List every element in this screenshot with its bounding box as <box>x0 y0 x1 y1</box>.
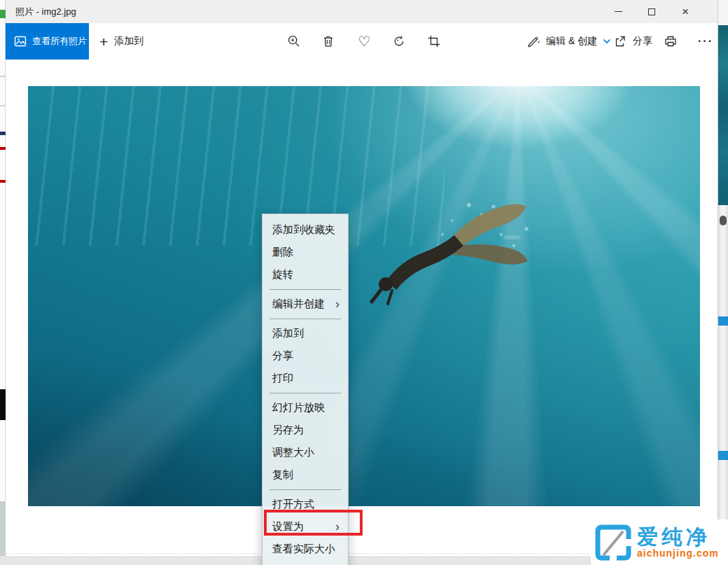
share-button[interactable]: 分享 <box>609 23 657 60</box>
freediver-silhouette <box>364 179 553 312</box>
maximize-button[interactable] <box>635 0 668 23</box>
context-menu-item-6[interactable]: 添加到 <box>262 322 348 344</box>
submenu-arrow-icon: › <box>335 520 340 533</box>
context-menu-item-4[interactable]: 编辑并创建› <box>262 293 348 315</box>
heart-icon: ♡ <box>358 34 370 48</box>
watermark-text: 爱纯净 aichunjing.com <box>637 526 719 559</box>
context-menu-item-7[interactable]: 分享 <box>262 344 348 367</box>
edit-create-button[interactable]: 编辑 & 创建 <box>522 23 615 60</box>
context-menu-item-11[interactable]: 另存为 <box>262 419 348 441</box>
background-window-left-sliver <box>0 0 6 565</box>
window-title: 照片 - img2.jpg <box>15 6 76 18</box>
edit-create-label: 编辑 & 创建 <box>546 35 597 48</box>
context-menu-item-10[interactable]: 幻灯片放映 <box>262 396 348 419</box>
menu-item-label: 另存为 <box>272 424 340 437</box>
rotate-button[interactable] <box>387 29 411 53</box>
background-window-right-sliver <box>718 0 728 565</box>
plus-icon: + <box>99 34 108 49</box>
maximize-icon <box>648 8 655 15</box>
menu-item-label: 编辑并创建 <box>272 298 332 311</box>
trash-icon <box>321 34 335 48</box>
see-all-photos-button[interactable]: 查看所有照片 <box>6 23 89 60</box>
watermark: 爱纯净 aichunjing.com <box>591 519 728 565</box>
left-sliver-red-fragment <box>0 180 6 183</box>
printer-icon <box>664 34 678 48</box>
menu-item-label: 打开方式 <box>272 498 340 511</box>
context-menu-item-0[interactable]: 添加到收藏夹 <box>262 218 348 241</box>
context-menu-item-15[interactable]: 打开方式 <box>262 493 348 515</box>
context-menu-item-13[interactable]: 复制 <box>262 463 348 486</box>
left-sliver-black-fragment <box>0 389 6 420</box>
menu-item-label: 打印 <box>272 372 340 385</box>
context-menu-divider <box>262 389 348 396</box>
print-button[interactable] <box>659 29 682 53</box>
title-bar[interactable]: 照片 - img2.jpg × <box>6 0 718 23</box>
zoom-button[interactable] <box>282 29 306 53</box>
menu-item-label: 旋转 <box>272 268 340 281</box>
ellipsis-icon: ··· <box>698 35 713 48</box>
add-to-label: 添加到 <box>114 35 144 48</box>
context-menu-divider <box>262 486 348 493</box>
photo-viewer-image[interactable] <box>28 86 700 506</box>
share-icon <box>613 34 627 48</box>
context-menu-wrap: 添加到收藏夹删除旋转编辑并创建›添加到分享打印幻灯片放映另存为调整大小复制打开方… <box>262 214 349 565</box>
left-sliver-navy-fragment <box>0 132 6 135</box>
photo-gallery-icon <box>14 35 27 48</box>
watermark-brand: 爱纯净 <box>637 526 719 548</box>
right-sliver-teal-thumbnail <box>718 25 728 205</box>
photos-app-window: 照片 - img2.jpg × 查看所有照片 + <box>6 0 718 565</box>
add-to-button[interactable]: + 添加到 <box>92 23 150 60</box>
menu-item-label: 分享 <box>272 349 340 363</box>
context-menu: 添加到收藏夹删除旋转编辑并创建›添加到分享打印幻灯片放映另存为调整大小复制打开方… <box>262 214 349 565</box>
context-menu-item-16[interactable]: 设置为› <box>262 515 348 538</box>
context-menu-item-8[interactable]: 打印 <box>262 367 348 389</box>
menu-item-label: 删除 <box>272 246 340 259</box>
menu-item-label: 查看实际大小 <box>272 543 340 556</box>
magnifier-plus-icon <box>287 34 301 48</box>
delete-button[interactable] <box>316 29 340 53</box>
aichunjing-logo-icon <box>595 524 631 561</box>
menu-item-label: 添加到 <box>272 327 340 340</box>
right-sliver-top <box>718 0 728 25</box>
left-sliver-red-fragment <box>0 147 6 150</box>
context-menu-item-12[interactable]: 调整大小 <box>262 441 348 463</box>
submenu-arrow-icon: › <box>335 298 340 310</box>
rotate-icon <box>392 34 406 48</box>
context-menu-divider <box>262 315 348 322</box>
crop-button[interactable] <box>422 29 446 53</box>
right-sliver-scroll-thumb <box>720 216 727 225</box>
left-sliver-green-fragment <box>0 10 6 18</box>
right-sliver-scrollbar <box>720 205 726 527</box>
screenshot-stage: 照片 - img2.jpg × 查看所有照片 + <box>0 0 728 565</box>
crop-icon <box>427 34 441 48</box>
favorite-button[interactable]: ♡ <box>352 29 376 53</box>
see-more-button[interactable]: ··· <box>694 29 718 53</box>
pencil-icon <box>526 34 540 48</box>
context-menu-item-17[interactable]: 查看实际大小 <box>262 538 348 560</box>
menu-item-label: 调整大小 <box>272 446 340 459</box>
menu-item-label: 添加到收藏夹 <box>272 223 340 237</box>
left-sliver-line <box>0 76 6 77</box>
right-sliver-blue-fragment <box>718 451 728 460</box>
minimize-button[interactable] <box>601 0 635 23</box>
toolbar: 查看所有照片 + 添加到 <box>6 23 718 60</box>
menu-item-label: 复制 <box>272 468 340 482</box>
menu-item-label: 设置为 <box>272 520 332 533</box>
window-controls: × <box>601 0 702 23</box>
share-label: 分享 <box>633 35 652 48</box>
menu-item-label: 幻灯片放映 <box>272 401 340 414</box>
watermark-domain: aichunjing.com <box>637 547 719 559</box>
context-menu-divider <box>262 286 348 293</box>
right-sliver-blue-fragment <box>718 316 728 326</box>
minimize-icon <box>615 11 622 12</box>
left-sliver-line <box>0 105 6 106</box>
context-menu-item-2[interactable]: 旋转 <box>262 263 348 286</box>
see-all-photos-label: 查看所有照片 <box>32 35 87 48</box>
close-button[interactable]: × <box>668 0 702 23</box>
context-menu-item-1[interactable]: 删除 <box>262 241 348 263</box>
